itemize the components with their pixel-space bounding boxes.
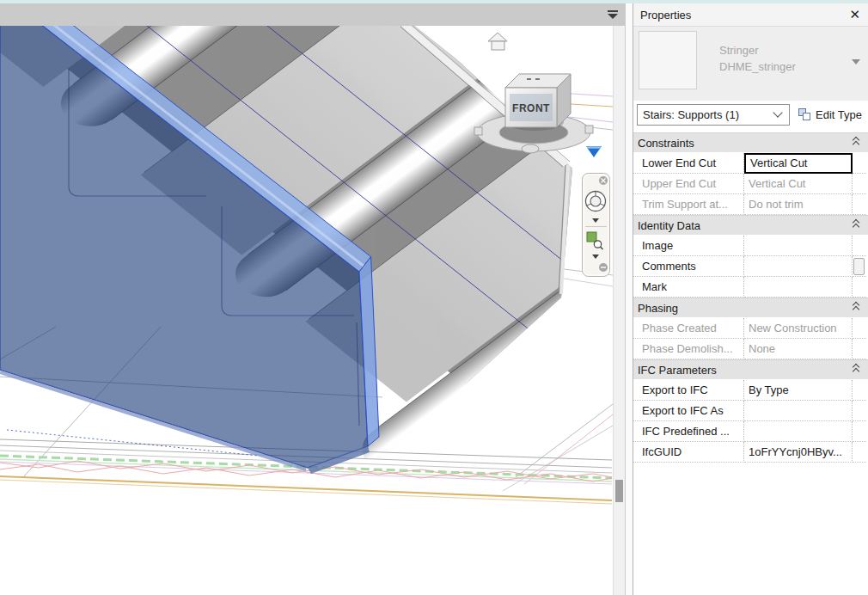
viewcube-home-button[interactable] (488, 33, 507, 50)
viewcube-front-label[interactable]: FRONT (512, 102, 550, 114)
row-more-button[interactable] (853, 256, 866, 277)
property-label: IFC Predefined ... (633, 421, 744, 442)
navbar-minimize-button[interactable] (599, 263, 608, 272)
property-row-lower-end-cut: Lower End Cut Vertical Cut (633, 153, 868, 174)
toolbar-collapse-icon[interactable] (608, 10, 618, 19)
property-label: Image (633, 236, 744, 256)
property-value[interactable]: By Type (744, 380, 853, 401)
property-extra-cell (853, 442, 866, 463)
property-label: Mark (633, 277, 744, 298)
viewcube-menu-arrow[interactable] (586, 146, 602, 157)
collapse-section-icon[interactable] (853, 138, 859, 147)
property-value[interactable]: New Construction (744, 318, 853, 339)
collapse-section-icon[interactable] (853, 221, 859, 230)
property-row-upper-end-cut: Upper End Cut Vertical Cut (633, 174, 868, 194)
property-label: IfcGUID (633, 442, 744, 463)
property-row-comments: Comments (633, 256, 868, 277)
chevron-down-icon[interactable] (852, 59, 860, 64)
property-extra-cell (853, 174, 866, 194)
selection-row: Stairs: Supports (1) Edit Type (633, 101, 868, 127)
family-name: Stringer (719, 42, 796, 58)
section-header-ifc-parameters[interactable]: IFC Parameters (633, 359, 868, 380)
selection-filter-label: Stairs: Supports (1) (638, 108, 774, 121)
close-icon[interactable]: ✕ (849, 7, 868, 22)
property-value[interactable]: None (744, 339, 853, 359)
type-preview-image (639, 31, 697, 89)
property-value[interactable]: 1oFrYYcnj0HByv... (744, 442, 853, 463)
property-value[interactable] (744, 401, 853, 421)
property-extra-cell (853, 401, 866, 421)
section-header-identity-data[interactable]: Identity Data (633, 215, 868, 236)
edit-type-icon (798, 108, 811, 121)
section-header-phasing[interactable]: Phasing (633, 298, 868, 318)
property-label: Comments (633, 256, 744, 277)
property-row-ifcguid: IfcGUID 1oFrYYcnj0HByv... (633, 442, 868, 463)
property-extra-cell (853, 421, 866, 442)
property-label: Phase Demolish... (633, 339, 744, 359)
properties-title: Properties (633, 9, 691, 21)
navigation-bar[interactable] (583, 174, 610, 277)
property-row-export-to-ifc: Export to IFC By Type (633, 380, 868, 401)
type-selector[interactable]: Stringer DHME_stringer (633, 26, 868, 101)
property-value[interactable]: Vertical Cut (744, 153, 853, 174)
property-extra-cell (853, 339, 866, 359)
property-label: Phase Created (633, 318, 744, 339)
properties-panel: Properties ✕ Stringer DHME_stringer Stai… (633, 3, 868, 595)
property-label: Upper End Cut (633, 174, 744, 194)
chevron-down-icon (773, 107, 782, 117)
type-selector-label: Stringer DHME_stringer (719, 42, 796, 75)
edit-type-button[interactable]: Edit Type (798, 108, 862, 121)
properties-title-bar: Properties ✕ (633, 3, 868, 26)
property-label: Export to IFC (633, 380, 744, 401)
property-row-mark: Mark (633, 277, 868, 298)
steering-wheel-button[interactable] (586, 192, 606, 212)
properties-grid: Constraints Lower End Cut Vertical Cut U… (633, 132, 868, 463)
section-title: IFC Parameters (633, 364, 717, 377)
3d-viewport[interactable]: FRONT (0, 26, 613, 595)
section-title: Phasing (633, 302, 678, 315)
property-extra-cell (853, 194, 866, 215)
collapse-section-icon[interactable] (853, 365, 859, 374)
property-extra-cell (853, 318, 866, 339)
collapse-section-icon[interactable] (853, 304, 859, 312)
property-label: Export to IFC As (633, 401, 744, 421)
property-extra-cell (853, 236, 866, 256)
viewport-scrollbar[interactable] (613, 26, 626, 595)
property-row-ifc-predefined: IFC Predefined ... (633, 421, 868, 442)
property-row-trim-support-at: Trim Support at... Do not trim (633, 194, 868, 215)
property-row-export-to-ifc-as: Export to IFC As (633, 401, 868, 421)
viewport-scrollbar-thumb[interactable] (615, 480, 623, 502)
viewport-toolbar (0, 3, 625, 27)
type-name: DHME_stringer (719, 58, 796, 75)
property-value[interactable]: Vertical Cut (744, 174, 853, 194)
property-value[interactable] (744, 277, 853, 298)
stair-3d-scene: FRONT (0, 26, 613, 595)
property-value[interactable] (744, 256, 853, 277)
property-row-image: Image (633, 236, 868, 256)
section-title: Constraints (633, 137, 694, 150)
property-value[interactable]: Do not trim (744, 194, 853, 215)
revit-window: FRONT (0, 0, 868, 595)
property-value[interactable] (744, 421, 853, 442)
section-header-constraints[interactable]: Constraints (633, 132, 868, 153)
property-value[interactable] (744, 236, 853, 256)
property-label: Lower End Cut (633, 153, 744, 174)
property-extra-cell (853, 277, 866, 298)
property-row-phase-demolish: Phase Demolish... None (633, 339, 868, 359)
property-row-phase-created: Phase Created New Construction (633, 318, 868, 339)
edit-type-label: Edit Type (816, 108, 862, 121)
navbar-close-button[interactable] (599, 176, 608, 185)
section-title: Identity Data (633, 219, 700, 232)
property-label: Trim Support at... (633, 194, 744, 215)
selection-filter-combo[interactable]: Stairs: Supports (1) (637, 104, 790, 126)
property-extra-cell (853, 380, 866, 401)
property-extra-cell (853, 153, 866, 174)
